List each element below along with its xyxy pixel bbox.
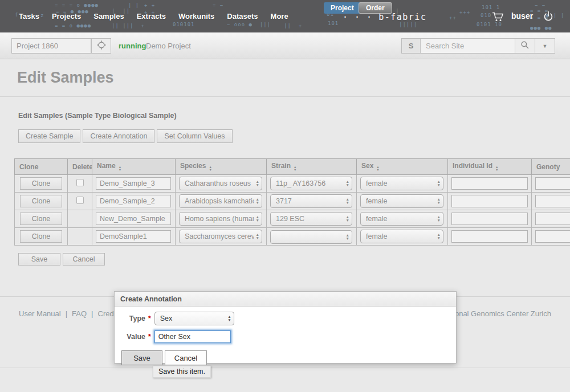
field-label: Value (123, 333, 145, 341)
logout-icon[interactable] (542, 10, 555, 25)
stepper-icon: ▲▼ (256, 198, 259, 205)
search-submit-button[interactable] (515, 39, 535, 53)
menu-item-datasets[interactable]: Datasets (227, 12, 258, 21)
clone-button[interactable]: Clone (20, 230, 62, 243)
set-column-values-button[interactable]: Set Column Values (157, 129, 232, 143)
clone-button[interactable]: Clone (20, 195, 62, 207)
individual-id-input[interactable] (451, 195, 528, 207)
strain-select[interactable]: ▲▼ (270, 230, 352, 244)
sex-select[interactable]: female▲▼ (360, 230, 443, 243)
stepper-icon: ▲▼ (437, 198, 441, 205)
sex-select[interactable]: female▲▼ (360, 212, 443, 226)
dialog-type-select[interactable]: Sex▲▼ (154, 312, 234, 325)
individual-id-input[interactable] (451, 213, 528, 225)
delete-checkbox[interactable] (76, 197, 84, 204)
stepper-icon: ▲▼ (437, 180, 441, 187)
name-input[interactable] (96, 177, 171, 190)
clone-button[interactable]: Clone (20, 213, 62, 225)
genotype-input[interactable] (535, 230, 570, 243)
binary-decoration: f (15, 12, 18, 18)
project-scope-input[interactable] (11, 38, 91, 54)
context-toolbar: running Demo Project S ▼ (0, 32, 570, 59)
individual-id-input[interactable] (451, 230, 528, 243)
column-header-species[interactable]: Species▲▼ (176, 159, 267, 175)
project-name: Demo Project (146, 42, 191, 50)
table-row: CloneHomo sapiens (humar▲▼129 ESC▲▼femal… (15, 210, 570, 228)
genotype-input[interactable] (535, 213, 570, 225)
binary-decoration: +++ (459, 9, 470, 15)
search-scope-button[interactable]: S (402, 39, 421, 53)
binary-decoration: ||||| (399, 22, 417, 27)
section-subtitle: Edit Samples (Sample Type Biological Sam… (18, 112, 570, 120)
column-header-strain[interactable]: Strain▲▼ (267, 159, 357, 175)
column-header-sex[interactable]: Sex▲▼ (357, 159, 448, 175)
delete-checkbox[interactable] (76, 179, 84, 186)
cancel-button[interactable]: Cancel (63, 253, 105, 266)
name-input[interactable] (96, 213, 171, 225)
order-tab[interactable]: Order (359, 2, 392, 14)
species-select[interactable]: Catharanthus roseus▲▼ (179, 177, 262, 190)
dialog-field-row: Value* (123, 330, 456, 343)
locate-button[interactable] (91, 38, 111, 54)
sex-select[interactable]: female▲▼ (360, 177, 443, 190)
menu-item-tasks[interactable]: Tasks (19, 12, 39, 21)
search-options-button[interactable]: ▼ (535, 39, 555, 53)
genotype-input[interactable] (535, 177, 570, 190)
create-annotation-button[interactable]: Create Annotation (83, 129, 154, 143)
app-window: fz= = = o ●●●●= = ● ●●●| ||| |+ ++ += = … (0, 0, 570, 392)
sort-icon: ▲▼ (294, 166, 296, 172)
species-select[interactable]: Arabidopsis kamchatic▲▼ (179, 194, 262, 208)
dialog-cancel-button[interactable]: Cancel (165, 350, 207, 365)
page-title: Edit Samples (17, 69, 114, 87)
save-button[interactable]: Save (18, 253, 60, 266)
genotype-input[interactable] (535, 195, 570, 207)
site-search: S ▼ (401, 38, 555, 54)
username[interactable]: buser (511, 11, 533, 21)
dialog-value-input[interactable] (154, 330, 231, 343)
species-select[interactable]: Homo sapiens (humar▲▼ (179, 212, 262, 226)
stepper-icon: ▲▼ (256, 215, 259, 222)
sort-icon: ▲▼ (119, 166, 121, 172)
menu-item-extracts[interactable]: Extracts (137, 12, 166, 21)
strain-select[interactable]: 3717▲▼ (270, 194, 352, 208)
name-input[interactable] (96, 195, 171, 207)
strain-select[interactable]: 11p_ AY163756▲▼ (270, 177, 352, 190)
stepper-icon: ▲▼ (227, 315, 231, 322)
project-status: running (119, 42, 146, 50)
binary-decoration: − − (535, 2, 545, 8)
stepper-icon: ▲▼ (437, 215, 441, 222)
main-menu: TasksProjectsSamplesExtractsWorkunitsDat… (19, 0, 288, 32)
footer-link-user-manual[interactable]: User Manual (19, 309, 61, 318)
cart-icon[interactable] (491, 11, 505, 24)
search-input[interactable] (421, 39, 515, 53)
stepper-icon: ▲▼ (346, 180, 349, 187)
save-tooltip: Save this item. (153, 366, 211, 378)
menu-item-more[interactable]: More (271, 12, 288, 21)
menu-item-projects[interactable]: Projects (52, 12, 81, 21)
table-row: CloneCatharanthus roseus▲▼11p_ AY163756▲… (15, 175, 570, 193)
menu-item-samples[interactable]: Samples (93, 12, 124, 21)
dialog-save-button[interactable]: Save (121, 350, 162, 365)
individual-id-input[interactable] (451, 177, 528, 190)
chevron-down-icon: ▼ (543, 43, 548, 49)
dialog-field-row: Type*Sex▲▼ (123, 312, 456, 325)
column-header-name[interactable]: Name▲▼ (92, 159, 176, 175)
footer-link-faq[interactable]: FAQ (72, 309, 87, 318)
sex-select[interactable]: female▲▼ (360, 194, 443, 208)
column-header-individual-id[interactable]: Individual Id▲▼ (448, 159, 532, 175)
create-sample-button[interactable]: Create Sample (18, 129, 80, 143)
project-tab[interactable]: Project (324, 2, 361, 14)
strain-select[interactable]: 129 ESC▲▼ (270, 212, 352, 226)
crosshair-icon (96, 40, 107, 52)
name-input[interactable] (96, 230, 171, 243)
dialog-buttons: Save Cancel (121, 350, 456, 365)
species-select[interactable]: Saccharomyces cerev▲▼ (179, 230, 262, 243)
table-form-buttons: Save Cancel (18, 253, 570, 266)
binary-decoration: 010 (481, 13, 491, 18)
table-row: CloneSaccharomyces cerev▲▼▲▼female▲▼ (15, 228, 570, 246)
clone-button[interactable]: Clone (20, 177, 62, 190)
menu-item-workunits[interactable]: Workunits (178, 12, 214, 21)
table-header-row: CloneDeleteName▲▼Species▲▼Strain▲▼Sex▲▼I… (15, 159, 570, 175)
stepper-icon: ▲▼ (256, 233, 259, 240)
create-annotation-dialog: Create Annotation Type*Sex▲▼Value* Save … (114, 291, 457, 364)
